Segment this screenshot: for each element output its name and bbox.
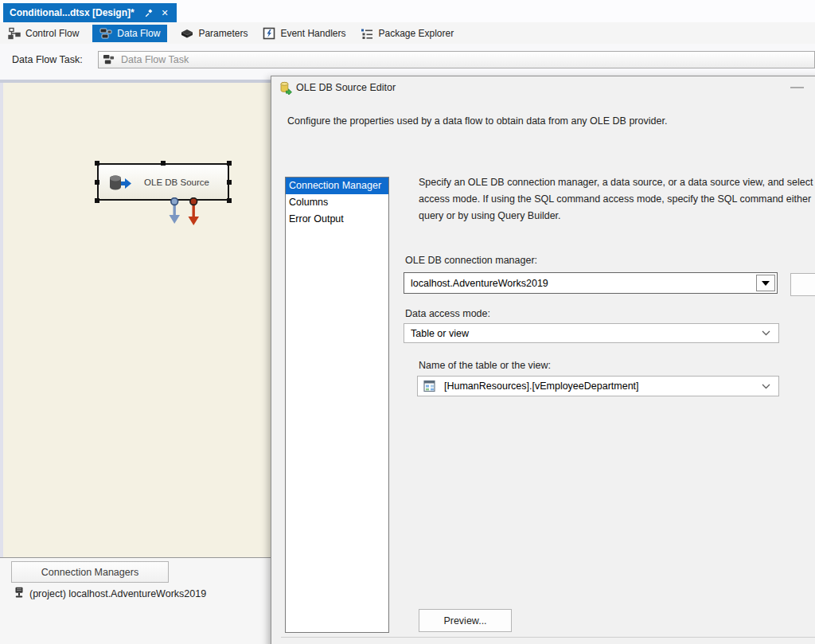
dialog-nav-list: Connection Manager Columns Error Output — [285, 177, 389, 633]
nav-item-error-output[interactable]: Error Output — [286, 211, 388, 228]
tab-parameters[interactable]: Parameters — [179, 25, 249, 42]
selection-handle[interactable] — [227, 198, 232, 203]
table-name-value: [HumanResources].[vEmployeeDepartment] — [436, 381, 762, 392]
node-label: OLE DB Source — [131, 178, 223, 187]
document-tab[interactable]: Conditional...dtsx [Design]* ✕ — [3, 3, 177, 22]
connection-manager-combo[interactable]: localhost.AdventureWorks2019 — [404, 272, 778, 294]
dialog-footer-divider — [281, 637, 815, 638]
new-connection-button[interactable] — [790, 273, 815, 296]
preview-button-label: Preview... — [443, 615, 486, 626]
document-tab-strip: Conditional...dtsx [Design]* ✕ — [0, 0, 815, 22]
tab-event-handlers[interactable]: Event Handlers — [261, 25, 347, 42]
data-flow-task-icon — [103, 53, 115, 66]
tab-control-flow[interactable]: Control Flow — [6, 25, 80, 42]
dialog-title: OLE DB Source Editor — [296, 82, 396, 93]
ole-db-source-dialog-icon — [279, 81, 292, 98]
tab-label: Package Explorer — [378, 28, 454, 39]
connection-manager-name: (project) localhost.AdventureWorks2019 — [29, 588, 206, 599]
connection-managers-tab[interactable]: Connection Managers — [11, 561, 169, 583]
table-name-label: Name of the table or the view: — [419, 360, 551, 371]
connection-manager-value: localhost.AdventureWorks2019 — [404, 278, 756, 289]
minimize-icon[interactable] — [790, 87, 804, 88]
document-tab-title: Conditional...dtsx [Design]* — [10, 7, 138, 18]
chevron-down-icon — [762, 330, 770, 336]
data-access-mode-value: Table or view — [404, 328, 762, 339]
dropdown-button[interactable] — [756, 275, 775, 291]
selection-handle[interactable] — [95, 198, 99, 203]
table-view-icon — [423, 380, 436, 392]
dialog-description: Configure the properties used by a data … — [287, 115, 667, 127]
node-output-connectors[interactable] — [161, 197, 205, 229]
tab-data-flow[interactable]: Data Flow — [92, 25, 167, 42]
parameters-icon — [181, 27, 193, 40]
surface-left-strip — [0, 83, 3, 557]
package-explorer-icon — [361, 27, 373, 40]
connection-manager-label: OLE DB connection manager: — [405, 255, 537, 266]
ole-db-source-node[interactable]: OLE DB Source — [97, 163, 229, 201]
database-source-icon — [107, 174, 132, 196]
connection-managers-title: Connection Managers — [41, 567, 138, 578]
connection-manager-item[interactable]: (project) localhost.AdventureWorks2019 — [14, 587, 206, 601]
pin-icon[interactable] — [143, 7, 154, 18]
data-flow-task-value: Data Flow Task — [121, 54, 189, 65]
tab-label: Event Handlers — [280, 28, 345, 39]
tab-label: Data Flow — [117, 28, 160, 39]
data-access-mode-label: Data access mode: — [405, 308, 490, 319]
data-flow-task-label: Data Flow Task: — [12, 54, 83, 65]
instructions-line-2: access mode. If using the SQL command ac… — [419, 193, 811, 205]
tab-package-explorer[interactable]: Package Explorer — [359, 25, 455, 42]
control-flow-icon — [8, 27, 21, 40]
selection-handle[interactable] — [227, 161, 232, 166]
tab-label: Parameters — [198, 28, 248, 39]
instructions-line-3: query or by using Query Builder. — [419, 210, 561, 221]
data-access-mode-combo[interactable]: Table or view — [404, 323, 779, 343]
preview-button[interactable]: Preview... — [419, 609, 512, 632]
ssis-designer-screen: Conditional...dtsx [Design]* ✕ Control F… — [0, 0, 815, 644]
nav-item-columns[interactable]: Columns — [286, 194, 388, 211]
event-handlers-icon — [263, 27, 275, 40]
ole-db-source-editor-dialog: OLE DB Source Editor Configure the prope… — [271, 76, 815, 644]
data-output-arrow — [170, 198, 181, 224]
tab-label: Control Flow — [25, 28, 79, 39]
nav-item-connection-manager[interactable]: Connection Manager — [286, 178, 388, 194]
error-output-arrow — [189, 198, 200, 225]
selection-handle[interactable] — [161, 161, 166, 166]
data-flow-task-combo[interactable]: Data Flow Task — [98, 51, 815, 68]
server-icon — [14, 587, 24, 601]
selection-handle[interactable] — [95, 161, 99, 166]
table-name-combo[interactable]: [HumanResources].[vEmployeeDepartment] — [417, 376, 779, 396]
close-icon[interactable]: ✕ — [159, 7, 170, 18]
designer-view-toolbar: Control Flow Data Flow Parameters — [0, 22, 815, 44]
caret-down-icon — [762, 281, 770, 286]
chevron-down-icon — [762, 384, 770, 389]
selection-handle[interactable] — [95, 180, 99, 185]
instructions-line-1: Specify an OLE DB connection manager, a … — [419, 177, 813, 188]
data-flow-icon — [99, 27, 112, 40]
selection-handle[interactable] — [227, 180, 232, 185]
